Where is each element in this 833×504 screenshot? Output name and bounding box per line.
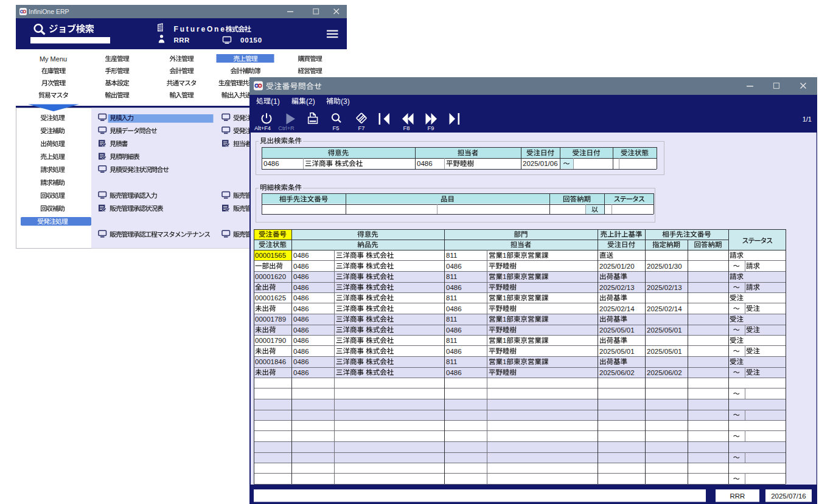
svg-text:2025/02/13: 2025/02/13	[647, 284, 682, 291]
svg-text:F9: F9	[428, 125, 434, 131]
svg-text:0486: 0486	[446, 369, 462, 376]
svg-text:0486: 0486	[293, 316, 309, 323]
svg-text:811: 811	[446, 358, 457, 365]
svg-text:2025/05/01: 2025/05/01	[647, 326, 682, 334]
svg-text:1: 1	[503, 252, 506, 259]
svg-text:0486: 0486	[293, 348, 309, 355]
svg-text:2025/02/13: 2025/02/13	[599, 284, 635, 291]
svg-text:00001620: 00001620	[255, 273, 286, 280]
svg-text:811: 811	[446, 337, 457, 344]
svg-text:F5: F5	[333, 125, 340, 131]
svg-text:RRR: RRR	[730, 492, 745, 500]
svg-text:0486: 0486	[293, 284, 309, 291]
svg-text:00150: 00150	[240, 36, 262, 44]
svg-text:0486: 0486	[293, 252, 309, 259]
svg-text:00001789: 00001789	[255, 316, 286, 323]
svg-text:2025/02/14: 2025/02/14	[647, 305, 682, 312]
svg-text:F8: F8	[403, 125, 410, 131]
svg-text:2025/01/06: 2025/01/06	[523, 160, 558, 167]
svg-text:0486: 0486	[446, 348, 462, 355]
svg-text:2025/06/02: 2025/06/02	[599, 369, 635, 376]
svg-text:2025/05/01: 2025/05/01	[599, 326, 635, 334]
svg-text:1: 1	[503, 358, 506, 365]
svg-text:0486: 0486	[293, 263, 309, 270]
svg-text:0486: 0486	[293, 369, 309, 376]
svg-text:My Menu: My Menu	[40, 55, 67, 63]
svg-text:0486: 0486	[446, 326, 462, 334]
svg-text:2025/07/16: 2025/07/16	[771, 492, 806, 500]
svg-text:Alt+F4: Alt+F4	[254, 125, 271, 131]
svg-text:(2): (2)	[306, 97, 315, 106]
svg-text:(1): (1)	[271, 97, 280, 106]
svg-text:0486: 0486	[293, 294, 309, 302]
svg-text:2025/05/01: 2025/05/01	[647, 348, 682, 355]
svg-text:2025/01/30: 2025/01/30	[647, 263, 682, 270]
svg-text:2025/06/02: 2025/06/02	[647, 369, 682, 376]
svg-text:0486: 0486	[293, 305, 309, 312]
svg-text:0486: 0486	[417, 160, 433, 167]
svg-text:00001846: 00001846	[255, 358, 286, 365]
svg-text:0486: 0486	[263, 160, 279, 167]
svg-text:0486: 0486	[293, 337, 309, 344]
svg-text:2025/05/01: 2025/05/01	[599, 348, 635, 355]
svg-text:Ctrl+R: Ctrl+R	[278, 125, 295, 131]
svg-text:1: 1	[503, 337, 506, 344]
svg-text:0486: 0486	[293, 358, 309, 365]
svg-text:00001565: 00001565	[255, 252, 286, 259]
svg-text:1: 1	[503, 273, 506, 280]
svg-text:811: 811	[446, 252, 457, 259]
svg-text:FutureOne: FutureOne	[174, 25, 226, 33]
svg-text:RRR: RRR	[174, 36, 190, 44]
svg-text:0486: 0486	[293, 326, 309, 334]
svg-text:1/1: 1/1	[803, 116, 812, 123]
svg-text:00001790: 00001790	[255, 337, 286, 344]
svg-text:811: 811	[446, 294, 457, 302]
svg-text:0486: 0486	[446, 263, 462, 270]
svg-text:InfiniOne ERP: InfiniOne ERP	[29, 8, 69, 15]
svg-text:(3): (3)	[341, 97, 350, 106]
svg-text:811: 811	[446, 316, 457, 323]
svg-text:1: 1	[503, 294, 506, 302]
svg-text:2025/02/14: 2025/02/14	[599, 305, 635, 312]
svg-text:2025/01/20: 2025/01/20	[599, 263, 635, 270]
svg-text:811: 811	[446, 273, 457, 280]
svg-text:F7: F7	[358, 125, 365, 131]
svg-text:0486: 0486	[293, 273, 309, 280]
svg-text:1: 1	[503, 316, 506, 323]
svg-text:00001625: 00001625	[255, 294, 286, 302]
svg-text:0486: 0486	[446, 284, 462, 291]
svg-text:0486: 0486	[446, 305, 462, 312]
